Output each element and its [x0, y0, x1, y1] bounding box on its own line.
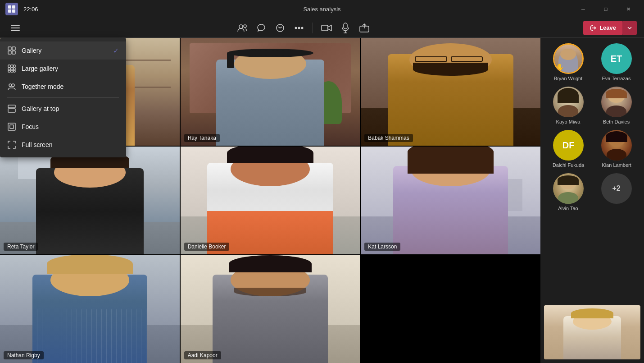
participant-name-nathan: Nathan Rigby [4, 351, 44, 359]
window-controls: ─ □ ✕ [573, 2, 639, 16]
participant-name-kat: Kat Larsson [364, 243, 400, 251]
svg-point-11 [281, 27, 282, 28]
leave-button[interactable]: Leave [583, 21, 622, 35]
minimize-button[interactable]: ─ [573, 2, 594, 16]
video-cell-aadi[interactable]: Aadi Kapoor [181, 255, 360, 363]
svg-point-35 [12, 84, 14, 87]
menu-gallery-label: Gallery [22, 47, 41, 54]
menu-item-together-mode[interactable]: Together mode [0, 78, 126, 96]
avatar-container-beth: Beth Davies [601, 87, 632, 124]
maximize-button[interactable]: □ [595, 2, 616, 16]
svg-rect-3 [12, 9, 15, 13]
menu-item-gallery-at-top[interactable]: Gallery at top [0, 100, 126, 118]
gallery-at-top-icon [7, 104, 16, 113]
gallery-check-icon: ✓ [113, 46, 119, 55]
together-mode-icon [7, 82, 16, 91]
svg-rect-6 [11, 30, 20, 31]
avatar-bryan[interactable]: ✋ [553, 43, 584, 74]
svg-rect-31 [8, 70, 10, 72]
more-button[interactable] [291, 20, 307, 36]
avatar-df-initials: DF [553, 130, 584, 161]
title-bar: 22:06 Sales analysis ─ □ ✕ [0, 0, 644, 18]
video-cell-reta[interactable]: Reta Taylor [0, 147, 180, 254]
svg-rect-37 [8, 109, 15, 112]
svg-rect-21 [8, 47, 11, 50]
close-button[interactable]: ✕ [618, 2, 639, 16]
avatar-container-kayo: Kayo Miwa [553, 87, 584, 124]
video-inner-reta: Reta Taylor [0, 147, 180, 254]
avatar-kayo[interactable] [553, 87, 584, 117]
more-participants-badge[interactable]: +2 [601, 173, 632, 204]
avatar-name-et: Eva Terrazas [602, 76, 631, 81]
participant-name-ray: Ray Tanaka [184, 134, 220, 142]
participant-name-babak: Babak Shammas [364, 134, 413, 142]
menu-gallery-at-top-label: Gallery at top [22, 105, 59, 112]
video-cell-nathan[interactable]: Nathan Rigby [0, 255, 180, 363]
avatar-name-bryan: Bryan Wright [554, 76, 582, 81]
avatar-et[interactable]: ET [601, 43, 632, 74]
avatar-kian[interactable] [601, 130, 632, 161]
leave-label: Leave [599, 24, 616, 31]
avatar-name-df: Daichi Fukuda [553, 162, 584, 168]
leave-group: Leave [583, 21, 637, 35]
menu-item-gallery[interactable]: Gallery ✓ [0, 41, 126, 60]
video-inner-ray: Ray Tanaka [181, 38, 360, 146]
video-cell-babak[interactable]: Babak Shammas [361, 38, 540, 146]
toolbar: Leave [0, 18, 644, 38]
leave-caret-button[interactable] [622, 21, 637, 35]
sidebar-participants: ✋ Bryan Wright ET Eva Terrazas Kayo Miwa [540, 38, 644, 363]
sidebar-row-3: DF Daichi Fukuda Kian Lambert [544, 128, 640, 170]
people-button[interactable] [234, 20, 250, 36]
menu-item-focus[interactable]: Focus [0, 118, 126, 136]
avatar-container-more: +2 [601, 173, 632, 211]
svg-rect-23 [8, 51, 11, 54]
svg-rect-33 [14, 70, 15, 72]
mic-button[interactable] [337, 20, 354, 36]
svg-point-13 [298, 27, 300, 29]
video-inner-kat: Kat Larsson [361, 147, 540, 254]
avatar-container-kian: Kian Lambert [601, 130, 632, 168]
avatar-name-more [616, 206, 617, 211]
menu-together-mode-label: Together mode [22, 83, 63, 90]
svg-point-14 [301, 27, 304, 29]
hand-raised-icon: ✋ [555, 63, 564, 72]
video-button[interactable] [318, 20, 335, 36]
sidebar-row-4: Alvin Tao +2 [544, 171, 640, 213]
avatar-name-alvin: Alvin Tao [558, 206, 578, 211]
video-cell-ray[interactable]: Ray Tanaka [181, 38, 360, 146]
avatar-container-alvin: Alvin Tao [553, 173, 584, 211]
menu-item-large-gallery[interactable]: Large gallery [0, 60, 126, 78]
video-cell-kat[interactable]: Kat Larsson [361, 147, 540, 254]
avatar-beth[interactable] [601, 87, 632, 117]
share-button[interactable] [356, 20, 372, 36]
svg-point-7 [239, 25, 243, 28]
svg-rect-2 [8, 9, 11, 13]
view-dropdown-menu: Gallery ✓ Large gallery [0, 38, 126, 157]
avatar-et-initials: ET [601, 43, 632, 74]
svg-rect-5 [11, 28, 20, 28]
participant-name-reta: Reta Taylor [4, 243, 38, 251]
svg-rect-30 [14, 68, 15, 70]
svg-rect-26 [11, 65, 13, 67]
menu-focus-label: Focus [22, 123, 39, 130]
chat-button[interactable] [253, 20, 269, 36]
video-cell-danielle[interactable]: Danielle Booker [181, 147, 360, 254]
title-bar-left: 22:06 [5, 3, 38, 15]
svg-rect-1 [12, 5, 15, 9]
avatar-name-kayo: Kayo Miwa [556, 119, 581, 124]
menu-item-full-screen[interactable]: Full screen [0, 136, 126, 154]
video-inner-nathan: Nathan Rigby [0, 255, 180, 363]
main-content: Gallery ✓ Large gallery [0, 38, 644, 363]
svg-rect-28 [8, 68, 10, 70]
avatar-alvin[interactable] [553, 173, 584, 204]
participant-name-danielle: Danielle Booker [184, 243, 230, 251]
full-screen-icon [7, 140, 16, 149]
svg-point-8 [244, 25, 246, 28]
self-video-preview[interactable] [544, 305, 640, 359]
focus-icon [7, 122, 16, 131]
menu-full-screen-label: Full screen [22, 141, 52, 148]
reactions-button[interactable] [272, 20, 288, 36]
menu-button[interactable] [7, 20, 23, 36]
avatar-df[interactable]: DF [553, 130, 584, 161]
toolbar-left [7, 20, 23, 36]
